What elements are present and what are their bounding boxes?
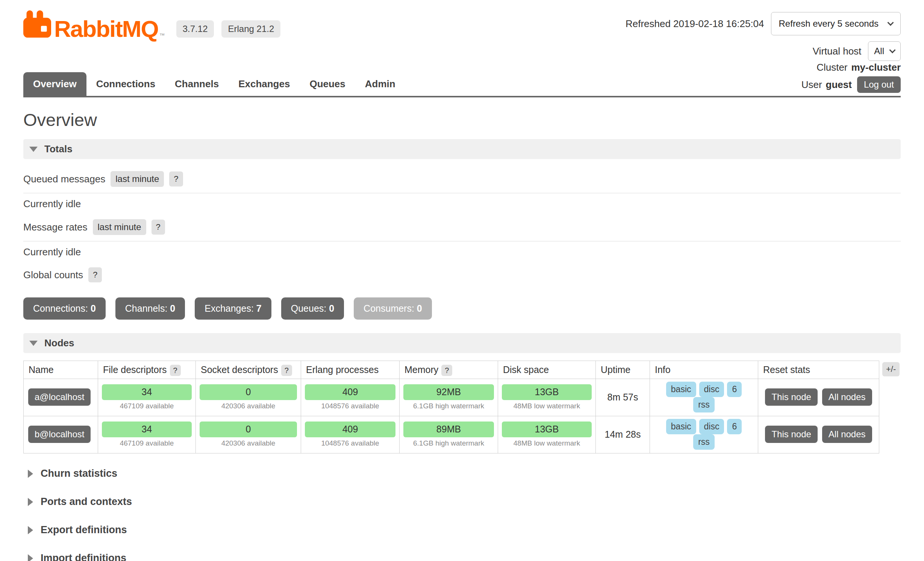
info-badge-basic: basic: [666, 382, 696, 397]
churn-statistics-section[interactable]: Churn statistics: [28, 459, 901, 488]
node-row-a: a@localhost 34467109 available 0420306 a…: [24, 379, 879, 416]
message-rates-label: Message rates: [23, 221, 88, 233]
help-icon[interactable]: ?: [88, 267, 102, 282]
vhost-select[interactable]: All: [868, 41, 901, 61]
info-badge-count: 6: [727, 382, 742, 397]
rabbitmq-overview-page: RabbitMQ ™ 3.7.12 Erlang 21.2 Refreshed …: [0, 0, 924, 561]
tab-exchanges[interactable]: Exchanges: [229, 72, 300, 96]
user-label: User: [801, 79, 822, 91]
tab-queues[interactable]: Queues: [300, 72, 355, 96]
col-name: Name: [24, 361, 98, 379]
col-socket-descriptors: Socket descriptors?: [196, 361, 301, 379]
chevron-down-icon: [889, 47, 896, 53]
global-counts-badges: Connections: 0 Channels: 0 Exchanges: 7 …: [23, 297, 901, 320]
socket-meter: 0: [200, 384, 297, 400]
info-badge-disc: disc: [699, 382, 724, 397]
tab-channels[interactable]: Channels: [165, 72, 229, 96]
reset-this-node-button[interactable]: This node: [765, 388, 817, 406]
import-definitions-section[interactable]: Import definitions: [28, 544, 901, 561]
rabbitmq-logo-icon: [23, 10, 51, 40]
queued-period-badge: last minute: [111, 171, 164, 187]
reset-stats-cell: This nodeAll nodes: [758, 416, 879, 453]
col-erlang-processes: Erlang processes: [301, 361, 400, 379]
reset-stats-cell: This nodeAll nodes: [758, 379, 879, 416]
expand-icon: [28, 470, 33, 478]
expand-icon: [28, 498, 33, 506]
col-file-descriptors: File descriptors?: [98, 361, 196, 379]
info-badge-count: 6: [727, 419, 742, 434]
refresh-interval-value: Refresh every 5 seconds: [779, 18, 879, 29]
col-memory: Memory?: [400, 361, 498, 379]
totals-section-header[interactable]: Totals: [23, 139, 901, 159]
vhost-label: Virtual host: [813, 45, 862, 57]
trademark-symbol: ™: [159, 32, 165, 38]
node-row-b: b@localhost 34467109 available 0420306 a…: [24, 416, 879, 453]
queues-count-badge: Queues: 0: [281, 297, 344, 320]
expand-icon: [28, 554, 33, 561]
version-badge: 3.7.12: [176, 20, 214, 38]
tab-overview[interactable]: Overview: [23, 72, 86, 96]
reset-this-node-button[interactable]: This node: [765, 426, 817, 443]
info-badges: basicdisc6rss: [650, 379, 758, 416]
nodes-table-wrap: Name File descriptors? Socket descriptor…: [23, 361, 901, 453]
help-icon[interactable]: ?: [281, 365, 292, 376]
uptime-value: 8m 57s: [596, 379, 650, 416]
consumers-count-badge: Consumers: 0: [354, 297, 432, 320]
proc-meter: 409: [305, 422, 395, 437]
header: RabbitMQ ™ 3.7.12 Erlang 21.2 Refreshed …: [23, 0, 901, 61]
refresh-interval-select[interactable]: Refresh every 5 seconds: [771, 12, 901, 35]
cluster-user-info: Cluster my-cluster User guest Log out: [801, 62, 901, 96]
refreshed-timestamp: Refreshed 2019-02-18 16:25:04: [626, 18, 764, 30]
ports-and-contexts-section[interactable]: Ports and contexts: [28, 488, 901, 516]
reset-all-nodes-button[interactable]: All nodes: [822, 426, 872, 443]
disk-meter: 13GB: [502, 384, 592, 400]
disk-meter: 13GB: [502, 422, 592, 437]
global-counts-label: Global counts: [23, 269, 83, 281]
cluster-name: my-cluster: [851, 62, 901, 73]
help-icon[interactable]: ?: [170, 365, 181, 376]
header-controls: Refreshed 2019-02-18 16:25:04 Refresh ev…: [626, 10, 901, 61]
exchanges-count-badge: Exchanges: 7: [195, 297, 271, 320]
global-counts-row: Global counts ?: [23, 263, 901, 288]
memory-meter: 89MB: [403, 422, 494, 437]
reset-all-nodes-button[interactable]: All nodes: [822, 388, 872, 406]
nodes-header-row: Name File descriptors? Socket descriptor…: [24, 361, 879, 379]
chevron-down-icon: [888, 20, 894, 26]
queued-idle-text: Currently idle: [23, 193, 901, 215]
tab-admin[interactable]: Admin: [355, 72, 405, 96]
expand-icon: [28, 526, 33, 534]
brand-wordmark: RabbitMQ: [54, 17, 158, 41]
cluster-line: Cluster my-cluster: [816, 62, 901, 73]
logout-button[interactable]: Log out: [857, 76, 901, 93]
info-badge-rss: rss: [693, 434, 715, 450]
column-options-toggle[interactable]: +/-: [882, 362, 900, 376]
col-uptime: Uptime: [596, 361, 650, 379]
info-badges: basicdisc6rss: [650, 416, 758, 453]
export-definitions-section[interactable]: Export definitions: [28, 516, 901, 544]
nodes-section-title: Nodes: [44, 337, 74, 349]
user-name: guest: [826, 79, 852, 91]
fd-meter: 34: [102, 422, 192, 437]
help-icon[interactable]: ?: [169, 171, 183, 186]
main-tabs: Overview Connections Channels Exchanges …: [23, 72, 405, 96]
col-reset-stats: Reset stats: [758, 361, 879, 379]
brand-link[interactable]: RabbitMQ ™ 3.7.12 Erlang 21.2: [23, 10, 280, 41]
info-badge-disc: disc: [699, 419, 724, 434]
help-icon[interactable]: ?: [151, 220, 165, 235]
message-rates-row: Message rates last minute ?: [23, 215, 901, 241]
collapse-icon: [29, 341, 38, 346]
tab-connections[interactable]: Connections: [86, 72, 165, 96]
connections-count-badge: Connections: 0: [23, 297, 106, 320]
queued-messages-label: Queued messages: [23, 173, 105, 185]
nodes-section-header[interactable]: Nodes: [23, 333, 901, 353]
fd-meter: 34: [102, 384, 192, 400]
node-name-link[interactable]: a@localhost: [28, 388, 91, 406]
user-line: User guest Log out: [801, 76, 901, 93]
node-name-link[interactable]: b@localhost: [28, 426, 91, 443]
socket-meter: 0: [200, 422, 297, 437]
queued-messages-row: Queued messages last minute ?: [23, 167, 901, 193]
help-icon[interactable]: ?: [441, 365, 452, 376]
collapse-icon: [29, 147, 38, 152]
totals-section-title: Totals: [44, 143, 73, 155]
col-info: Info: [650, 361, 758, 379]
